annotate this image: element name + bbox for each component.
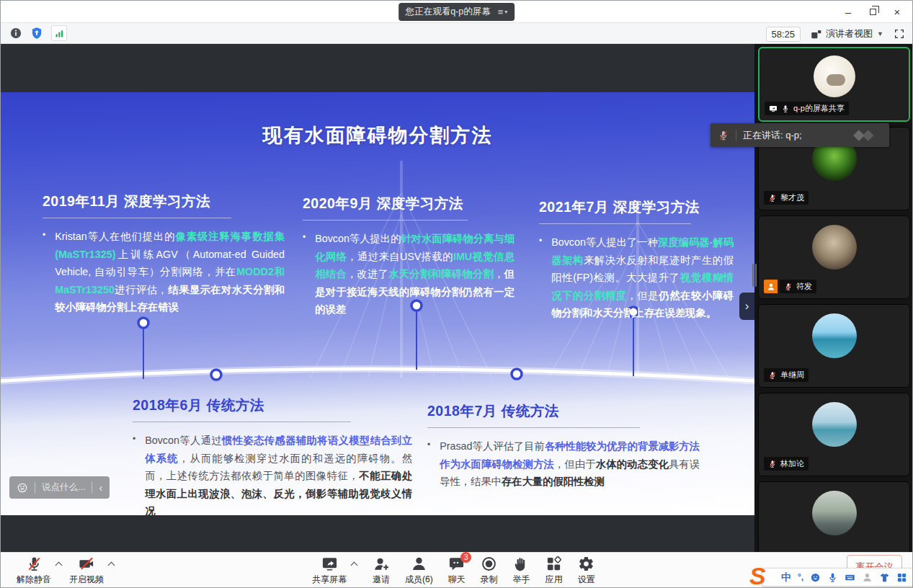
timeline-entry-heading: 2019年11月 深度学习方法: [43, 192, 285, 211]
record-button[interactable]: 录制: [481, 556, 498, 586]
sidebar-expand-button[interactable]: ›: [739, 293, 754, 320]
hand-button[interactable]: 举手: [513, 556, 530, 586]
timeline-entry-text: Bovcon等人通过惯性姿态传感器辅助将语义模型结合到立体系统，从而能够检测穿过…: [145, 432, 412, 515]
text-segment: 进行评估，: [115, 284, 168, 295]
timeline-entry-text: Bovcon等人提出的针对水面障碍物分离与细化网络，通过来自USV搭载的IMU视…: [315, 230, 515, 318]
meeting-info-icon[interactable]: [9, 27, 22, 40]
button-stack: 邀请: [373, 556, 390, 586]
chat-input-placeholder[interactable]: 说点什么...: [42, 481, 85, 494]
window-controls: – ×: [836, 1, 909, 22]
watching-menu-button[interactable]: ≡ ▾: [498, 6, 508, 17]
timeline-entry-body: •Bovcon等人提出的针对水面障碍物分离与细化网络，通过来自USV搭载的IMU…: [303, 230, 515, 318]
text-segment: ，但由于: [554, 458, 596, 470]
participant-label: q-p的屏幕共享: [765, 102, 849, 115]
button-stack: 设置: [578, 556, 595, 586]
ime-voice-icon[interactable]: [827, 572, 838, 583]
apps-button[interactable]: 应用: [545, 556, 563, 586]
layout-icon: [811, 29, 821, 40]
text-segment: ，: [494, 268, 504, 280]
button-stack: 成员(6): [405, 556, 433, 586]
button-label: 开启视频: [69, 574, 104, 586]
bullet: •: [427, 437, 430, 491]
text-segment: Bovcon等人提出的: [315, 233, 401, 244]
timeline-entry-body: •Bovcon等人提出了一种深度编码器-解码器架构来解决水反射和尾迹时产生的假阳…: [539, 233, 734, 322]
restore-button[interactable]: [860, 1, 885, 22]
button-stack: 举手: [513, 556, 530, 586]
top-toolbar-left: [1, 25, 67, 41]
participant-tile[interactable]: 单继周: [758, 304, 910, 388]
divider: [736, 130, 736, 141]
ime-keyboard-icon[interactable]: [845, 572, 855, 583]
host-icon: [767, 282, 775, 291]
fullscreen-button[interactable]: [894, 28, 905, 40]
security-shield-icon[interactable]: [30, 27, 43, 40]
bullet: •: [43, 228, 45, 316]
mic-muted-icon: [768, 194, 777, 202]
text-segment: Bovcon等人通过: [145, 435, 222, 446]
quick-chat-bar[interactable]: 说点什么... ‹: [9, 476, 110, 499]
avatar: [812, 491, 857, 535]
camera-off-button[interactable]: 开启视频: [69, 556, 115, 586]
settings-icon: [578, 556, 594, 572]
sidebar-resize-handle[interactable]: [752, 264, 757, 287]
ime-emoji-icon[interactable]: [810, 572, 821, 583]
participant-tile[interactable]: 符发: [758, 215, 910, 299]
avatar: [814, 55, 855, 97]
view-mode-button[interactable]: 演讲者视图 ▼: [811, 27, 883, 40]
caret-up-icon[interactable]: [56, 561, 62, 567]
participant-tile[interactable]: [758, 481, 910, 552]
meeting-window: 您正在观看q-p的屏幕 ≡ ▾ – × 58:25: [0, 0, 913, 588]
button-stack: 解除静音: [17, 556, 51, 586]
button-stack: 共享屏幕: [312, 556, 347, 586]
chat-button[interactable]: 3聊天: [448, 556, 466, 586]
emoji-smiley-icon[interactable]: [17, 482, 28, 494]
collapse-chat-icon[interactable]: ‹: [99, 483, 102, 493]
mic-muted-icon: [768, 460, 777, 468]
top-toolbar-right: 58:25 演讲者视图 ▼: [766, 23, 905, 45]
share-screen-icon: [321, 556, 338, 572]
invite-icon: [373, 556, 390, 572]
share-screen-button[interactable]: 共享屏幕: [312, 556, 357, 586]
mic-muted-icon: [784, 282, 793, 291]
text-segment: Kristan等人在他们提出的: [55, 231, 175, 242]
participant-tile[interactable]: q-p的屏幕共享: [758, 47, 910, 122]
mic-muted-button[interactable]: 解除静音: [17, 556, 62, 586]
hamburger-icon: ≡: [498, 6, 504, 17]
participant-label: 符发: [764, 280, 816, 293]
timeline-entry: 2019年11月 深度学习方法•Kristan等人在他们提出的像素级注释海事数据…: [43, 192, 285, 316]
button-stack: 录制: [481, 556, 498, 586]
caret-up-icon[interactable]: [109, 561, 115, 567]
ime-punctuation-toggle[interactable]: °,: [798, 573, 803, 582]
sogou-logo[interactable]: S: [749, 564, 766, 588]
settings-button[interactable]: 设置: [578, 556, 595, 586]
members-button[interactable]: 成员(6): [405, 556, 433, 586]
participants-sidebar: q-p的屏幕共享黎才茂符发单继周林加论: [754, 44, 913, 552]
main-area: 现有水面障碍物分割方法 2019年11月 深度学习方法•Kristan等人在他们…: [1, 44, 912, 552]
ime-language-toggle[interactable]: 中: [781, 572, 791, 582]
toolbar-left-group: 解除静音开启视频: [17, 556, 115, 586]
minimize-button[interactable]: –: [836, 1, 860, 22]
participant-name: q-p的屏幕共享: [793, 103, 845, 114]
screen-share-icon: [769, 104, 778, 113]
mic-muted-icon: [768, 371, 777, 380]
mic-muted-icon: [768, 371, 777, 380]
screen-share-icon: [769, 104, 778, 113]
timeline-entry: 2018年7月 传统方法•Prasad等人评估了目前各种性能较为优异的背景减影方…: [427, 401, 700, 491]
caret-up-icon[interactable]: [352, 561, 357, 567]
meeting-watermark-logo: [849, 128, 882, 143]
ime-account-icon[interactable]: [862, 572, 873, 583]
bullet: •: [133, 432, 135, 515]
participant-label-pill: 林加论: [764, 457, 809, 471]
close-button[interactable]: ×: [885, 1, 909, 22]
button-label: 邀请: [373, 574, 390, 586]
timeline-entry-body: •Bovcon等人通过惯性姿态传感器辅助将语义模型结合到立体系统，从而能够检测穿…: [133, 432, 412, 515]
mic-on-icon: [781, 104, 790, 113]
timeline-entry-text: Bovcon等人提出了一种深度编码器-解码器架构来解决水反射和尾迹时产生的假阳性…: [551, 233, 734, 322]
participant-tile[interactable]: 林加论: [758, 393, 910, 476]
network-signal-icon[interactable]: [51, 25, 67, 41]
ime-skin-icon[interactable]: [879, 572, 890, 583]
button-label: 成员(6): [405, 574, 433, 586]
ime-toolbox-icon[interactable]: [896, 572, 907, 583]
apps-icon: [545, 556, 562, 572]
invite-button[interactable]: 邀请: [373, 556, 390, 586]
